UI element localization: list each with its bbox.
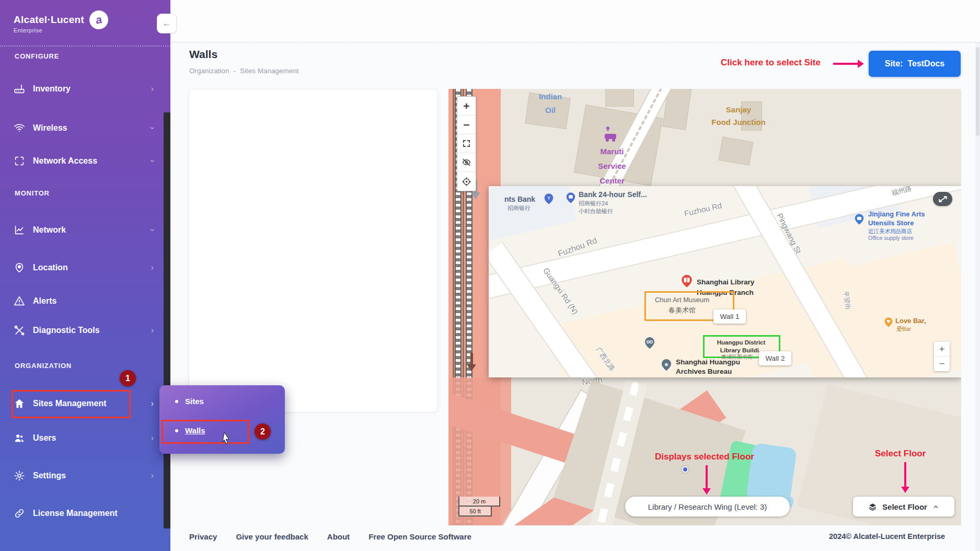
museum-pin-icon	[643, 337, 656, 352]
poi-bank1: nts Bank	[504, 195, 535, 203]
map-label-indian-oil: Indian Oil	[522, 90, 579, 117]
scale-feet: 50 ft	[458, 507, 492, 516]
library-pin-icon	[680, 274, 694, 292]
map-fullscreen-button[interactable]	[457, 134, 476, 153]
flyout-item-sites[interactable]: Sites	[175, 397, 204, 406]
footer-link-feedback[interactable]: Give your feedback	[236, 532, 308, 541]
poi-archives-cn: 黄浦区档案局	[676, 376, 710, 377]
sidebar-item-license-management[interactable]: License Management	[14, 503, 154, 524]
selected-floor-chip: Library / Research Wing (Level: 3)	[625, 497, 790, 516]
footer-copyright: 2024© Alcatel-Lucent Enterprise	[829, 532, 945, 541]
map-zoom-in-button[interactable]: +	[457, 97, 476, 116]
map-hide-walls-button[interactable]	[457, 153, 476, 172]
breadcrumb-org[interactable]: Organization	[189, 67, 229, 75]
poi-jinjiang: Jinjiang Fine Arts Utensils Store	[868, 210, 925, 228]
annotation-select-floor: Select Floor	[875, 449, 926, 459]
poi-love-bar: Love Bar,	[895, 317, 926, 325]
chart-icon	[14, 224, 25, 236]
sidebar-item-settings[interactable]: Settings ›	[14, 465, 154, 486]
bank-pin-icon	[565, 191, 577, 207]
svg-text:Y: Y	[547, 196, 550, 201]
wall1-map-chip: Wall 1	[713, 309, 746, 324]
archives-pin-icon: ★	[660, 359, 673, 374]
chevron-right-icon: ›	[151, 471, 154, 480]
sidebar-item-label: Network Access	[33, 156, 97, 166]
annotation-arrow-down-icon	[706, 465, 708, 489]
overlay-zoom-in-button[interactable]: +	[934, 342, 950, 357]
sidebar-collapse-button[interactable]: ←	[157, 14, 177, 33]
topbar	[170, 0, 980, 42]
map-zoom-out-button[interactable]: −	[457, 116, 476, 134]
chevron-up-icon	[932, 503, 939, 510]
sidebar-item-alerts[interactable]: Alerts	[14, 291, 154, 312]
map-building	[605, 89, 634, 107]
section-monitor: MONITOR	[15, 189, 50, 197]
sidebar-item-label: Diagnostic Tools	[33, 326, 100, 335]
overlay-zoom-out-button[interactable]: −	[934, 357, 950, 371]
section-organization: ORGANIZATION	[15, 362, 72, 370]
topbar-divider	[157, 42, 980, 43]
breadcrumb-section: Sites Management	[240, 67, 299, 75]
wall2-map-chip: Wall 2	[759, 351, 791, 365]
chevron-right-icon: ›	[151, 263, 154, 272]
footer-link-about[interactable]: About	[327, 532, 350, 541]
car-repair-icon	[603, 127, 618, 144]
annotation-displays-floor: Displays selected Floor	[655, 452, 754, 462]
site-selector-button[interactable]: Site: TestDocs	[869, 51, 961, 77]
sidebar-item-label: Alerts	[33, 296, 56, 306]
chevron-down-icon: ›	[147, 159, 157, 162]
sidebar-item-label: Settings	[33, 471, 66, 480]
footer-link-privacy[interactable]: Privacy	[189, 532, 217, 541]
app-window: Alcatel·Lucent a Enterprise CONFIGURE In…	[0, 0, 980, 551]
brand-name: Alcatel·Lucent	[14, 14, 84, 26]
sidebar-item-diagnostic-tools[interactable]: Diagnostic Tools ›	[14, 320, 154, 341]
poi-jinjiang-cn: 近江美术用品商店	[868, 228, 912, 235]
chevron-right-icon: ›	[151, 399, 154, 408]
chevron-right-icon: ›	[151, 84, 154, 94]
chevron-right-icon: ›	[151, 433, 154, 443]
cursor-hand-icon	[220, 431, 233, 445]
sidebar-item-users[interactable]: Users ›	[14, 428, 154, 449]
page-scrollbar-thumb[interactable]	[976, 47, 979, 136]
breadcrumb-sep: -	[234, 67, 236, 75]
map-label-sanjay: Sanjay Food Junction	[691, 104, 786, 129]
map-locate-button[interactable]	[457, 172, 476, 191]
crosshair-icon	[462, 177, 471, 187]
chevron-right-icon: ›	[151, 326, 154, 335]
select-floor-button[interactable]: Select Floor	[853, 497, 954, 516]
network-access-icon	[14, 155, 25, 167]
sidebar-divider	[0, 45, 170, 47]
scale-meters: 20 m	[458, 497, 500, 507]
section-configure: CONFIGURE	[15, 52, 59, 60]
poi-love-bar-cn: 爱Bar	[896, 325, 911, 333]
sidebar-item-label: License Management	[33, 509, 118, 518]
inventory-icon	[14, 83, 25, 95]
map-canvas[interactable]: Indian Oil Sanjay Food Junction Maruti S…	[448, 89, 961, 525]
breadcrumb: Organization - Sites Management	[189, 67, 299, 75]
chevron-down-icon: ›	[147, 228, 157, 231]
location-dot	[682, 466, 688, 473]
sidebar-item-label: Inventory	[33, 84, 71, 94]
sidebar-scrollbar[interactable]	[164, 112, 170, 529]
sidebar-item-label: Location	[33, 263, 68, 272]
overlay-compass-button[interactable]	[933, 192, 952, 206]
tools-icon	[14, 325, 25, 336]
footer-link-oss[interactable]: Free Open Source Software	[368, 532, 471, 541]
poi-bank1-cn: 招商银行	[508, 204, 531, 212]
sidebar-item-inventory[interactable]: Inventory ›	[14, 78, 154, 99]
sidebar-item-wireless[interactable]: Wireless ›	[14, 118, 154, 139]
annotation-box-sites-management	[11, 390, 131, 418]
chevron-down-icon: ›	[147, 127, 157, 129]
sidebar-item-network-access[interactable]: Network Access ›	[14, 151, 154, 171]
annotation-step-2-badge: 2	[255, 423, 271, 440]
fullscreen-icon	[462, 139, 471, 148]
site-button-label: Site:	[885, 59, 903, 68]
sidebar-item-location[interactable]: Location ›	[14, 257, 154, 278]
floor-map-overlay[interactable]: Fuzhou Rd Fuzhou Rd 福州路 Pingwang St 平望街 …	[489, 186, 961, 377]
pan-arrows-icon	[938, 196, 948, 203]
page-title: Walls	[189, 48, 217, 61]
sidebar-item-label: Network	[33, 225, 66, 235]
sidebar-item-network[interactable]: Network ›	[14, 220, 154, 240]
map-building	[718, 136, 753, 166]
brand-logo: Alcatel·Lucent a	[14, 10, 108, 29]
